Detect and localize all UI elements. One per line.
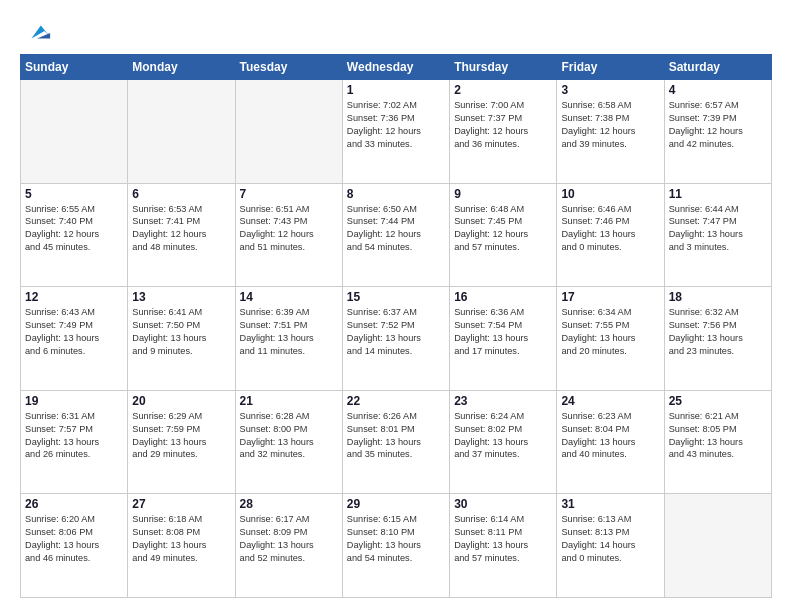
logo-icon (24, 18, 52, 46)
calendar-header-sunday: Sunday (21, 55, 128, 80)
calendar-cell: 28Sunrise: 6:17 AM Sunset: 8:09 PM Dayli… (235, 494, 342, 598)
calendar-cell: 22Sunrise: 6:26 AM Sunset: 8:01 PM Dayli… (342, 390, 449, 494)
day-info: Sunrise: 6:39 AM Sunset: 7:51 PM Dayligh… (240, 306, 338, 358)
day-number: 23 (454, 394, 552, 408)
calendar-cell (128, 80, 235, 184)
day-number: 20 (132, 394, 230, 408)
day-info: Sunrise: 6:15 AM Sunset: 8:10 PM Dayligh… (347, 513, 445, 565)
day-number: 17 (561, 290, 659, 304)
day-number: 16 (454, 290, 552, 304)
day-number: 14 (240, 290, 338, 304)
day-number: 24 (561, 394, 659, 408)
calendar-week-row: 26Sunrise: 6:20 AM Sunset: 8:06 PM Dayli… (21, 494, 772, 598)
calendar-cell: 2Sunrise: 7:00 AM Sunset: 7:37 PM Daylig… (450, 80, 557, 184)
day-info: Sunrise: 6:57 AM Sunset: 7:39 PM Dayligh… (669, 99, 767, 151)
day-number: 6 (132, 187, 230, 201)
day-info: Sunrise: 6:37 AM Sunset: 7:52 PM Dayligh… (347, 306, 445, 358)
calendar-cell: 10Sunrise: 6:46 AM Sunset: 7:46 PM Dayli… (557, 183, 664, 287)
calendar-week-row: 12Sunrise: 6:43 AM Sunset: 7:49 PM Dayli… (21, 287, 772, 391)
calendar-cell: 6Sunrise: 6:53 AM Sunset: 7:41 PM Daylig… (128, 183, 235, 287)
calendar-cell: 21Sunrise: 6:28 AM Sunset: 8:00 PM Dayli… (235, 390, 342, 494)
day-info: Sunrise: 6:51 AM Sunset: 7:43 PM Dayligh… (240, 203, 338, 255)
day-info: Sunrise: 6:26 AM Sunset: 8:01 PM Dayligh… (347, 410, 445, 462)
day-number: 31 (561, 497, 659, 511)
day-info: Sunrise: 6:17 AM Sunset: 8:09 PM Dayligh… (240, 513, 338, 565)
calendar-cell: 20Sunrise: 6:29 AM Sunset: 7:59 PM Dayli… (128, 390, 235, 494)
day-number: 3 (561, 83, 659, 97)
calendar-week-row: 19Sunrise: 6:31 AM Sunset: 7:57 PM Dayli… (21, 390, 772, 494)
calendar-cell: 8Sunrise: 6:50 AM Sunset: 7:44 PM Daylig… (342, 183, 449, 287)
day-number: 25 (669, 394, 767, 408)
day-info: Sunrise: 7:02 AM Sunset: 7:36 PM Dayligh… (347, 99, 445, 151)
day-info: Sunrise: 6:20 AM Sunset: 8:06 PM Dayligh… (25, 513, 123, 565)
calendar-header-thursday: Thursday (450, 55, 557, 80)
day-info: Sunrise: 6:32 AM Sunset: 7:56 PM Dayligh… (669, 306, 767, 358)
page: SundayMondayTuesdayWednesdayThursdayFrid… (0, 0, 792, 612)
calendar-header-saturday: Saturday (664, 55, 771, 80)
day-info: Sunrise: 6:13 AM Sunset: 8:13 PM Dayligh… (561, 513, 659, 565)
calendar-cell: 31Sunrise: 6:13 AM Sunset: 8:13 PM Dayli… (557, 494, 664, 598)
day-info: Sunrise: 6:43 AM Sunset: 7:49 PM Dayligh… (25, 306, 123, 358)
calendar-cell: 7Sunrise: 6:51 AM Sunset: 7:43 PM Daylig… (235, 183, 342, 287)
day-number: 4 (669, 83, 767, 97)
day-info: Sunrise: 6:21 AM Sunset: 8:05 PM Dayligh… (669, 410, 767, 462)
calendar-cell: 15Sunrise: 6:37 AM Sunset: 7:52 PM Dayli… (342, 287, 449, 391)
day-info: Sunrise: 6:53 AM Sunset: 7:41 PM Dayligh… (132, 203, 230, 255)
day-number: 7 (240, 187, 338, 201)
day-number: 2 (454, 83, 552, 97)
calendar-cell: 24Sunrise: 6:23 AM Sunset: 8:04 PM Dayli… (557, 390, 664, 494)
day-number: 18 (669, 290, 767, 304)
calendar-cell: 29Sunrise: 6:15 AM Sunset: 8:10 PM Dayli… (342, 494, 449, 598)
calendar-header-wednesday: Wednesday (342, 55, 449, 80)
day-number: 15 (347, 290, 445, 304)
calendar-week-row: 1Sunrise: 7:02 AM Sunset: 7:36 PM Daylig… (21, 80, 772, 184)
calendar-header-row: SundayMondayTuesdayWednesdayThursdayFrid… (21, 55, 772, 80)
day-info: Sunrise: 6:44 AM Sunset: 7:47 PM Dayligh… (669, 203, 767, 255)
day-info: Sunrise: 6:58 AM Sunset: 7:38 PM Dayligh… (561, 99, 659, 151)
day-info: Sunrise: 6:24 AM Sunset: 8:02 PM Dayligh… (454, 410, 552, 462)
day-number: 10 (561, 187, 659, 201)
day-info: Sunrise: 6:48 AM Sunset: 7:45 PM Dayligh… (454, 203, 552, 255)
day-number: 22 (347, 394, 445, 408)
day-number: 28 (240, 497, 338, 511)
calendar-cell: 19Sunrise: 6:31 AM Sunset: 7:57 PM Dayli… (21, 390, 128, 494)
day-info: Sunrise: 6:46 AM Sunset: 7:46 PM Dayligh… (561, 203, 659, 255)
calendar-header-friday: Friday (557, 55, 664, 80)
calendar-cell: 11Sunrise: 6:44 AM Sunset: 7:47 PM Dayli… (664, 183, 771, 287)
day-info: Sunrise: 6:55 AM Sunset: 7:40 PM Dayligh… (25, 203, 123, 255)
calendar-week-row: 5Sunrise: 6:55 AM Sunset: 7:40 PM Daylig… (21, 183, 772, 287)
day-number: 21 (240, 394, 338, 408)
calendar-cell: 23Sunrise: 6:24 AM Sunset: 8:02 PM Dayli… (450, 390, 557, 494)
calendar-cell: 26Sunrise: 6:20 AM Sunset: 8:06 PM Dayli… (21, 494, 128, 598)
calendar-cell: 12Sunrise: 6:43 AM Sunset: 7:49 PM Dayli… (21, 287, 128, 391)
day-info: Sunrise: 6:29 AM Sunset: 7:59 PM Dayligh… (132, 410, 230, 462)
day-info: Sunrise: 6:34 AM Sunset: 7:55 PM Dayligh… (561, 306, 659, 358)
calendar-cell: 18Sunrise: 6:32 AM Sunset: 7:56 PM Dayli… (664, 287, 771, 391)
day-number: 8 (347, 187, 445, 201)
logo (20, 18, 52, 46)
calendar-cell: 9Sunrise: 6:48 AM Sunset: 7:45 PM Daylig… (450, 183, 557, 287)
day-number: 27 (132, 497, 230, 511)
calendar-cell (21, 80, 128, 184)
day-number: 29 (347, 497, 445, 511)
day-info: Sunrise: 6:36 AM Sunset: 7:54 PM Dayligh… (454, 306, 552, 358)
calendar-cell: 25Sunrise: 6:21 AM Sunset: 8:05 PM Dayli… (664, 390, 771, 494)
calendar-header-monday: Monday (128, 55, 235, 80)
day-info: Sunrise: 6:28 AM Sunset: 8:00 PM Dayligh… (240, 410, 338, 462)
day-number: 30 (454, 497, 552, 511)
calendar-cell (235, 80, 342, 184)
day-info: Sunrise: 6:31 AM Sunset: 7:57 PM Dayligh… (25, 410, 123, 462)
calendar-cell: 16Sunrise: 6:36 AM Sunset: 7:54 PM Dayli… (450, 287, 557, 391)
day-number: 12 (25, 290, 123, 304)
header (20, 18, 772, 46)
day-number: 9 (454, 187, 552, 201)
day-number: 1 (347, 83, 445, 97)
day-number: 11 (669, 187, 767, 201)
calendar-cell: 4Sunrise: 6:57 AM Sunset: 7:39 PM Daylig… (664, 80, 771, 184)
calendar-cell: 30Sunrise: 6:14 AM Sunset: 8:11 PM Dayli… (450, 494, 557, 598)
day-info: Sunrise: 6:18 AM Sunset: 8:08 PM Dayligh… (132, 513, 230, 565)
calendar-cell: 3Sunrise: 6:58 AM Sunset: 7:38 PM Daylig… (557, 80, 664, 184)
day-info: Sunrise: 6:14 AM Sunset: 8:11 PM Dayligh… (454, 513, 552, 565)
calendar: SundayMondayTuesdayWednesdayThursdayFrid… (20, 54, 772, 598)
calendar-cell (664, 494, 771, 598)
